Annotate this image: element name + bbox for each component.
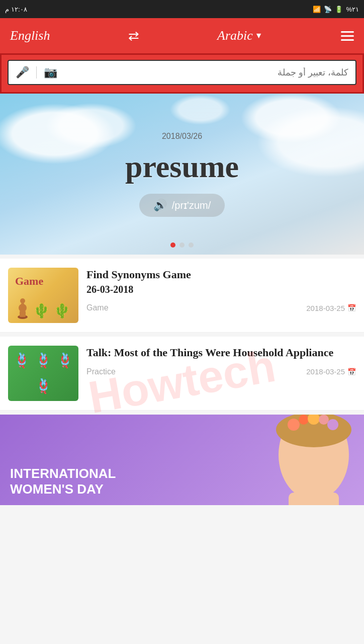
svg-point-8 [299, 415, 309, 425]
banner-image-woman [213, 415, 364, 505]
list-item-game-tag: Game [86, 303, 109, 312]
list-section-2: 🪢 🪢 🪢 🪢 Talk: Most of the Things Were Ho… [0, 337, 364, 411]
battery-percent: %٢١ [346, 6, 359, 13]
list-item-game-meta: Game 2018-03-25 📅 [86, 303, 356, 312]
list-item-practice[interactable]: 🪢 🪢 🪢 🪢 Talk: Most of the Things Were Ho… [0, 337, 364, 411]
list-item-game-content: Find Synonyms Game26-03-2018 Game 2018-0… [86, 268, 356, 312]
chess-piece-icon [16, 294, 30, 319]
calendar-icon-1: 📅 [347, 304, 356, 312]
carousel-dots [170, 243, 194, 248]
svg-point-10 [319, 415, 329, 425]
list-item-practice-title: Talk: Most of the Things Were Household … [86, 346, 356, 360]
dot-3[interactable] [189, 243, 194, 248]
svg-point-4 [20, 298, 25, 303]
list-section-1: Game 🌵 🌵 [0, 259, 364, 333]
sound-icon: 🔊 [153, 199, 167, 212]
word-phonetic-button[interactable]: 🔊 /prɪ'zum/ [139, 194, 225, 217]
banner-line-1: INTERNATIONAL [10, 466, 116, 481]
status-bar: م ١٢:٠٨ 📶 📡 🔋 %٢١ [0, 0, 364, 18]
svg-point-7 [288, 419, 300, 431]
status-arabic-label: م [5, 6, 9, 13]
calendar-icon-2: 📅 [347, 368, 356, 376]
banner-line-2: WOMEN'S DAY [10, 481, 116, 497]
list-item-game-title: Find Synonyms Game26-03-2018 [86, 268, 356, 296]
list-item-practice-tag: Practice [86, 367, 116, 376]
dot-2[interactable] [179, 243, 185, 248]
dropdown-arrow-icon: ▼ [255, 31, 263, 40]
dot-1[interactable] [170, 243, 175, 248]
list-item-practice-meta: Practice 2018-03-25 📅 [86, 367, 356, 376]
search-divider [36, 66, 37, 78]
target-language-label: Arabic [217, 28, 253, 43]
header-center: ⇄ [128, 28, 139, 44]
search-input[interactable] [64, 67, 348, 78]
word-date: 2018/03/26 [162, 132, 202, 141]
phonetic-text: /prɪ'zum/ [172, 199, 211, 211]
clothespin-blue-icon: 🪢 [13, 352, 31, 369]
list-item-practice-content: Talk: Most of the Things Were Household … [86, 346, 356, 376]
clothespin-orange-icon: 🪢 [56, 352, 74, 369]
app-header: English ⇄ Arabic ▼ [0, 18, 364, 53]
search-container: 🎤 📷 [0, 53, 364, 94]
bottom-banner[interactable]: INTERNATIONAL WOMEN'S DAY [0, 415, 364, 505]
list-item-game-date: 2018-03-25 📅 [306, 304, 356, 312]
hamburger-line-2 [341, 35, 354, 37]
word-of-day-title[interactable]: presume [125, 149, 239, 185]
list-item-practice-date: 2018-03-25 📅 [306, 367, 356, 376]
list-thumb-game: Game 🌵 🌵 [8, 268, 78, 323]
hamburger-line-3 [341, 39, 354, 41]
game-thumb-label: Game [15, 275, 43, 288]
swap-languages-icon[interactable]: ⇄ [128, 28, 139, 44]
battery-icon: 🔋 [335, 6, 343, 13]
wifi-icon: 📡 [324, 6, 332, 13]
word-of-day-banner: 2018/03/26 presume 🔊 /prɪ'zum/ [0, 94, 364, 255]
svg-point-11 [327, 419, 338, 430]
signal-icon: 📶 [313, 6, 321, 13]
list-thumb-practice: 🪢 🪢 🪢 🪢 [8, 346, 78, 401]
camera-icon[interactable]: 📷 [44, 66, 57, 79]
svg-rect-3 [21, 303, 24, 309]
clothespin-pink-icon: 🪢 [35, 352, 52, 369]
cactus-icon: 🌵 [33, 302, 50, 319]
list-item-game[interactable]: Game 🌵 🌵 [0, 259, 364, 333]
status-right: 📶 📡 🔋 %٢١ [313, 6, 359, 13]
game-thumb-icons: 🌵 🌵 [16, 294, 71, 319]
menu-button[interactable] [341, 31, 354, 41]
status-time: ١٢:٠٨ [11, 6, 27, 13]
target-language-selector[interactable]: Arabic ▼ [217, 28, 263, 43]
source-language[interactable]: English [10, 28, 50, 43]
svg-rect-12 [289, 493, 339, 505]
bottom-banner-text: INTERNATIONAL WOMEN'S DAY [0, 458, 126, 505]
cactus2-icon: 🌵 [53, 302, 71, 319]
list-section-wrapper: Howtech Game [0, 259, 364, 505]
microphone-icon[interactable]: 🎤 [16, 66, 29, 79]
woman-silhouette [213, 415, 364, 505]
search-box[interactable]: 🎤 📷 [8, 60, 356, 85]
clothespin-blue2-icon: 🪢 [35, 378, 52, 394]
hamburger-line-1 [341, 31, 354, 33]
status-left: م ١٢:٠٨ [5, 6, 27, 13]
